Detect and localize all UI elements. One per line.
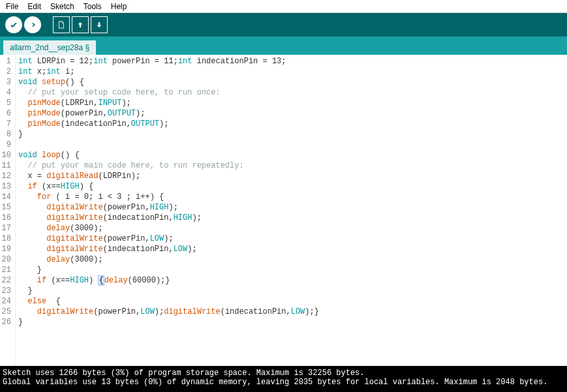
code-line[interactable]: else { [18,296,564,307]
code-line[interactable]: pinMode(indecationPin,OUTPUT); [18,119,564,129]
code-line[interactable]: } [18,317,564,327]
code-line[interactable]: pinMode(LDRPin,INPUT); [18,98,564,108]
line-number: 21 [1,265,11,275]
code-line[interactable]: digitalWrite(powerPin,LOW); [18,234,564,244]
arrow-up-icon [76,20,85,29]
code-line[interactable]: } [18,265,564,275]
code-line[interactable]: int LDRPin = 12;int powerPin = 11;int in… [18,56,564,67]
code-line[interactable]: if (x==HIGH) { [18,181,564,192]
line-number: 11 [1,160,11,171]
code-line[interactable]: // put your setup code here, to run once… [18,87,564,98]
line-number: 15 [1,202,11,213]
tab-bar: allarm_2nd__sep28a § [0,37,567,55]
line-number: 9 [1,140,11,150]
code-line[interactable]: x = digitalRead(LDRPin); [18,171,564,181]
code-line[interactable]: } [18,286,564,296]
line-number: 25 [1,307,11,317]
menu-tools[interactable]: Tools [79,1,106,12]
code-line[interactable]: digitalWrite(indecationPin,HIGH); [18,213,564,223]
code-line[interactable]: // put your main code here, to run repea… [18,160,564,171]
code-line[interactable]: delay(3000); [18,223,564,234]
arrow-right-icon [28,20,37,29]
line-number: 19 [1,244,11,254]
line-number: 6 [1,108,11,119]
line-number: 24 [1,296,11,307]
arrow-down-icon [95,20,104,29]
line-number: 20 [1,254,11,265]
code-line[interactable]: pinMode(powerPin,OUTPUT); [18,108,564,119]
verify-button[interactable] [5,16,22,33]
upload-button[interactable] [24,16,41,33]
code-line[interactable]: void loop() { [18,150,564,160]
code-line[interactable]: digitalWrite(powerPin,HIGH); [18,202,564,213]
line-number: 3 [1,77,11,87]
line-number: 10 [1,150,11,160]
line-number: 12 [1,171,11,181]
line-number: 13 [1,181,11,192]
console-output: Sketch uses 1266 bytes (3%) of program s… [0,366,567,392]
save-button[interactable] [91,16,108,33]
check-icon [9,20,18,29]
code-editor[interactable]: 1234567891011121314151617181920212223242… [0,55,567,366]
line-number: 17 [1,223,11,234]
menu-help[interactable]: Help [106,1,132,12]
open-button[interactable] [72,16,89,33]
line-number: 18 [1,234,11,244]
code-line[interactable]: for ( i = 0; i < 3 ; i++) { [18,192,564,202]
toolbar [0,13,567,37]
menu-sketch[interactable]: Sketch [46,1,79,12]
file-icon [57,20,66,29]
line-number: 8 [1,129,11,140]
line-number: 7 [1,119,11,129]
code-line[interactable]: void setup() { [18,77,564,87]
line-number: 2 [1,67,11,77]
console-line: Sketch uses 1266 bytes (3%) of program s… [3,369,564,378]
line-number: 26 [1,317,11,327]
line-number: 5 [1,98,11,108]
code-line[interactable]: int x;int i; [18,67,564,77]
code-area[interactable]: int LDRPin = 12;int powerPin = 11;int in… [16,55,567,366]
menubar: File Edit Sketch Tools Help [0,0,567,13]
line-number: 1 [1,56,11,67]
code-line[interactable] [18,140,564,150]
code-line[interactable]: digitalWrite(powerPin,LOW);digitalWrite(… [18,307,564,317]
tab-sketch[interactable]: allarm_2nd__sep28a § [3,40,97,55]
line-number: 22 [1,275,11,286]
line-gutter: 1234567891011121314151617181920212223242… [0,55,16,366]
code-line[interactable]: digitalWrite(indecationPin,LOW); [18,244,564,254]
line-number: 4 [1,87,11,98]
menu-edit[interactable]: Edit [23,1,46,12]
line-number: 14 [1,192,11,202]
console-line: Global variables use 13 bytes (0%) of dy… [3,378,564,387]
new-button[interactable] [53,16,70,33]
line-number: 16 [1,213,11,223]
code-line[interactable]: } [18,129,564,140]
code-line[interactable]: if (x==HIGH) {delay(60000);} [18,275,564,286]
menu-file[interactable]: File [1,1,23,12]
code-line[interactable]: delay(3000); [18,254,564,265]
line-number: 23 [1,286,11,296]
